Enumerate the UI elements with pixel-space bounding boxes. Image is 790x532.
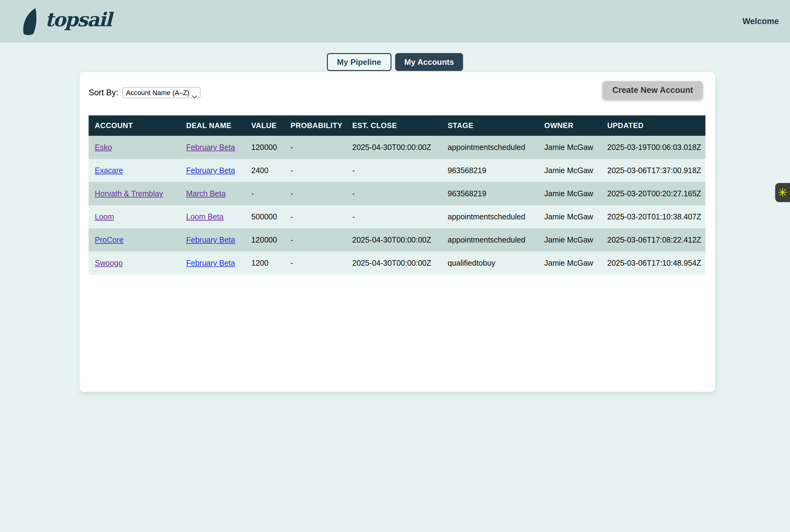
- owner-cell: Jamie McGaw: [538, 205, 601, 228]
- table-row: Esko February Beta 120000 - 2025-04-30T0…: [89, 136, 706, 159]
- value-cell: -: [245, 182, 284, 205]
- column-header-updated: UPDATED: [601, 115, 706, 136]
- owner-cell: Jamie McGaw: [538, 251, 601, 274]
- account-link[interactable]: Esko: [95, 143, 112, 152]
- app-logo: topsail: [19, 6, 111, 36]
- table-row: Loom Loom Beta 500000 - - appointmentsch…: [89, 205, 706, 228]
- view-tabs: My Pipeline My Accounts: [0, 53, 790, 71]
- table-row: Horvath & Tremblay March Beta - - - 9635…: [89, 182, 706, 205]
- value-cell: 1200: [245, 251, 284, 274]
- probability-cell: -: [284, 228, 346, 251]
- value-cell: 500000: [245, 205, 284, 228]
- account-link[interactable]: ProCore: [95, 235, 124, 244]
- column-header-value: VALUE: [245, 115, 284, 136]
- sort-by-select[interactable]: Account Name (A–Z): [123, 87, 200, 98]
- probability-cell: -: [284, 251, 346, 274]
- tab-my-pipeline[interactable]: My Pipeline: [327, 53, 392, 71]
- owner-cell: Jamie McGaw: [538, 228, 601, 251]
- est-close-cell: -: [346, 182, 441, 205]
- est-close-cell: -: [346, 159, 441, 182]
- est-close-cell: -: [346, 205, 441, 228]
- account-link[interactable]: Loom: [95, 212, 114, 221]
- deal-link[interactable]: March Beta: [186, 189, 226, 198]
- stage-cell: appointmentscheduled: [441, 228, 538, 251]
- accounts-card: Sort By: Account Name (A–Z) Create New A…: [80, 72, 715, 392]
- updated-cell: 2025-03-19T00:06:03.018Z: [601, 136, 706, 159]
- updated-cell: 2025-03-06T17:08:22.412Z: [601, 228, 706, 251]
- tab-my-accounts[interactable]: My Accounts: [395, 53, 464, 71]
- stage-cell: appointmentscheduled: [441, 136, 538, 159]
- table-row: ProCore February Beta 120000 - 2025-04-3…: [89, 228, 706, 251]
- owner-cell: Jamie McGaw: [538, 136, 601, 159]
- table-row: Exacare February Beta 2400 - - 963568219…: [89, 159, 706, 182]
- est-close-cell: 2025-04-30T00:00:00Z: [346, 251, 441, 274]
- updated-cell: 2025-03-20T00:20:27.165Z: [601, 182, 706, 205]
- stage-cell: 963568219: [441, 182, 538, 205]
- column-header-stage: STAGE: [441, 115, 538, 136]
- deal-link[interactable]: February Beta: [186, 259, 235, 267]
- deal-link[interactable]: February Beta: [186, 143, 235, 152]
- stage-cell: appointmentscheduled: [441, 205, 538, 228]
- deal-link[interactable]: February Beta: [186, 235, 235, 244]
- sort-by-label: Sort By:: [89, 88, 118, 97]
- sort-by-select-wrap: Account Name (A–Z): [123, 87, 200, 98]
- account-link[interactable]: Swoogo: [95, 259, 123, 267]
- account-link[interactable]: Exacare: [95, 166, 123, 175]
- updated-cell: 2025-03-20T01:10:38.407Z: [601, 205, 706, 228]
- welcome-label: Welcome: [742, 17, 779, 26]
- est-close-cell: 2025-04-30T00:00:00Z: [346, 228, 441, 251]
- deal-link[interactable]: February Beta: [186, 166, 235, 175]
- stage-cell: 963568219: [441, 159, 538, 182]
- deal-link[interactable]: Loom Beta: [186, 212, 224, 221]
- owner-cell: Jamie McGaw: [538, 159, 601, 182]
- accounts-table: ACCOUNT DEAL NAME VALUE PROBABILITY EST.…: [89, 115, 706, 274]
- probability-cell: -: [284, 205, 346, 228]
- sort-row: Sort By: Account Name (A–Z): [89, 87, 200, 98]
- probability-cell: -: [284, 159, 346, 182]
- table-row: Swoogo February Beta 1200 - 2025-04-30T0…: [89, 251, 706, 274]
- column-header-probability: PROBABILITY: [284, 115, 346, 136]
- est-close-cell: 2025-04-30T00:00:00Z: [346, 136, 441, 159]
- create-new-account-button[interactable]: Create New Account: [603, 81, 703, 99]
- table-header-row: ACCOUNT DEAL NAME VALUE PROBABILITY EST.…: [89, 115, 706, 136]
- eight-spoked-asterisk-icon: ✳: [778, 187, 788, 198]
- owner-cell: Jamie McGaw: [538, 182, 601, 205]
- feedback-widget[interactable]: ✳: [775, 183, 790, 202]
- updated-cell: 2025-03-06T17:37:00.918Z: [601, 159, 706, 182]
- probability-cell: -: [284, 182, 346, 205]
- value-cell: 120000: [245, 228, 284, 251]
- column-header-account: ACCOUNT: [89, 115, 180, 136]
- probability-cell: -: [284, 136, 346, 159]
- column-header-deal-name: DEAL NAME: [180, 115, 245, 136]
- account-link[interactable]: Horvath & Tremblay: [95, 189, 163, 198]
- logo-text: topsail: [45, 10, 111, 32]
- app-header: topsail Welcome: [0, 0, 790, 43]
- stage-cell: qualifiedtobuy: [441, 251, 538, 274]
- value-cell: 2400: [245, 159, 284, 182]
- value-cell: 120000: [245, 136, 284, 159]
- updated-cell: 2025-03-06T17:10:48.954Z: [601, 251, 706, 274]
- column-header-owner: OWNER: [538, 115, 601, 136]
- sail-icon: [19, 6, 43, 36]
- column-header-est-close: EST. CLOSE: [346, 115, 441, 136]
